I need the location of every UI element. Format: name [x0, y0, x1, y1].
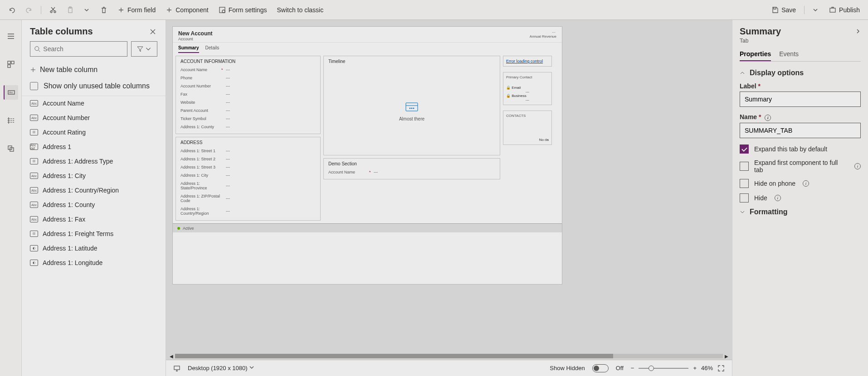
rail-layers[interactable]	[4, 141, 18, 156]
form-field-row[interactable]: Address 1: Country/Region---	[180, 205, 316, 217]
section-demo[interactable]: Demo Section Account Name*---	[323, 158, 500, 179]
fit-screen-icon[interactable]	[717, 365, 725, 372]
form-field-row[interactable]: Account Name*---	[328, 168, 495, 176]
zoom-out-button[interactable]: −	[631, 365, 634, 371]
form-field-row[interactable]: Account Name*---	[180, 66, 316, 74]
form-field-row[interactable]: Address 1: Street 2---	[180, 155, 316, 163]
form-tab[interactable]: Summary	[178, 45, 199, 53]
delete-button[interactable]	[97, 5, 111, 15]
hide-phone-checkbox[interactable]	[740, 179, 749, 188]
add-component-button[interactable]: Component	[162, 5, 212, 15]
publish-button[interactable]: Publish	[825, 5, 863, 15]
form-tab[interactable]: Details	[205, 45, 219, 53]
column-type-icon: Abc def	[30, 144, 38, 150]
zoom-in-button[interactable]: +	[693, 365, 697, 371]
side-error[interactable]: Error loading control	[503, 56, 552, 67]
show-unused-label: Show only unused table columns	[44, 82, 150, 90]
search-input[interactable]	[43, 45, 123, 53]
name-input[interactable]	[740, 123, 861, 138]
side-contacts[interactable]: CONTACTS No da	[503, 111, 552, 145]
rail-tree[interactable]	[4, 113, 18, 128]
column-item[interactable]: AbcAddress 1: Fax	[22, 212, 166, 227]
form-field-row[interactable]: Phone---	[180, 74, 316, 82]
search-icon	[34, 45, 40, 53]
form-field-row[interactable]: Address 1: Street 3---	[180, 163, 316, 171]
hide-checkbox[interactable]	[740, 193, 749, 202]
bottom-status-bar: Desktop (1920 x 1080) Show Hidden Off − …	[166, 360, 732, 376]
save-dropdown[interactable]	[809, 5, 823, 15]
column-item[interactable]: AbcAccount Number	[22, 111, 166, 125]
rail-table-columns[interactable]: Abc	[4, 85, 18, 100]
paste-dropdown[interactable]	[80, 5, 94, 15]
info-icon[interactable]: i	[765, 115, 771, 121]
form-settings-button[interactable]: Form settings	[215, 5, 271, 15]
form-field-row[interactable]: Address 1: Street 1---	[180, 147, 316, 155]
save-button[interactable]: Save	[768, 5, 800, 15]
canvas-horizontal-scroll[interactable]: ◀ ▶	[166, 352, 732, 360]
cut-button[interactable]	[46, 5, 60, 15]
column-item[interactable]: AbcAddress 1: Country/Region	[22, 183, 166, 198]
form-field-row[interactable]: Fax---	[180, 90, 316, 98]
props-tab[interactable]: Properties	[740, 50, 771, 61]
filter-button[interactable]	[131, 41, 157, 57]
form-field-row[interactable]: Website---	[180, 98, 316, 106]
info-icon[interactable]: i	[775, 195, 781, 201]
side-primary-contact[interactable]: Primary Contact 🔒 Email --- 🔒 Business -…	[503, 72, 552, 105]
undo-button[interactable]	[5, 5, 19, 15]
form-field-row[interactable]: Account Number---	[180, 82, 316, 90]
column-item[interactable]: AbcAddress 1: City	[22, 169, 166, 183]
section-account-info[interactable]: ACCOUNT INFORMATION Account Name*---Phon…	[176, 56, 321, 134]
add-form-field-button[interactable]: Form field	[114, 5, 159, 15]
show-unused-checkbox[interactable]	[30, 82, 38, 90]
form-field-row[interactable]: Ticker Symbol---	[180, 115, 316, 123]
info-icon[interactable]: i	[854, 163, 861, 169]
column-item[interactable]: ⊟Address 1: Address Type	[22, 154, 166, 169]
expand-first-checkbox[interactable]	[740, 162, 749, 171]
form-canvas[interactable]: New Account Account ⋯ Annual Revenue Sum…	[172, 26, 562, 284]
svg-point-14	[35, 47, 39, 51]
expand-panel-button[interactable]	[855, 28, 861, 35]
svg-point-16	[411, 108, 412, 109]
form-field-row[interactable]: Address 1: City---	[180, 171, 316, 179]
label-input[interactable]	[740, 92, 861, 107]
column-item[interactable]: Abc defAddress 1	[22, 140, 166, 154]
switch-to-classic-button[interactable]: Switch to classic	[273, 5, 327, 15]
new-table-column-button[interactable]: New table column	[22, 61, 166, 78]
column-item[interactable]: ⊟Account Rating	[22, 125, 166, 140]
viewport-selector[interactable]: Desktop (1920 x 1080)	[188, 365, 254, 371]
redo-button[interactable]	[22, 5, 36, 15]
column-label: Address 1: Latitude	[43, 245, 98, 252]
section-timeline[interactable]: Timeline Almost there	[323, 56, 500, 155]
paste-button[interactable]	[63, 5, 78, 15]
show-hidden-toggle[interactable]	[592, 364, 609, 372]
rail-components[interactable]	[4, 57, 18, 72]
info-icon[interactable]: i	[803, 180, 809, 187]
props-tab[interactable]: Events	[779, 50, 799, 61]
form-field-row[interactable]: Address 1: ZIP/Postal Code---	[180, 192, 316, 205]
chevron-down-icon	[740, 209, 745, 215]
close-panel-button[interactable]	[148, 27, 157, 36]
zoom-slider[interactable]	[639, 368, 688, 369]
panel-title: Table columns	[30, 26, 93, 37]
expand-default-checkbox[interactable]	[740, 145, 749, 154]
column-item[interactable]: AbcAddress 1: County	[22, 198, 166, 212]
column-item[interactable]: ⊟Address 1: Freight Terms	[22, 227, 166, 241]
form-field-row[interactable]: Parent Account---	[180, 106, 316, 115]
formatting-header[interactable]: Formatting	[740, 208, 861, 216]
column-list[interactable]: AbcAccount NameAbcAccount Number⊟Account…	[22, 96, 166, 376]
column-item[interactable]: ◐Address 1: Longitude	[22, 255, 166, 270]
column-label: Address 1	[43, 143, 71, 150]
form-field-row[interactable]: Address 1: County---	[180, 123, 316, 131]
display-options-header[interactable]: Display options	[740, 69, 861, 77]
section-address[interactable]: ADDRESS Address 1: Street 1---Address 1:…	[176, 137, 321, 221]
delete-icon	[100, 6, 107, 14]
rail-hamburger[interactable]	[4, 29, 18, 43]
column-item[interactable]: AbcAccount Name	[22, 96, 166, 111]
chevron-down-icon	[145, 46, 151, 52]
svg-point-0	[50, 11, 52, 13]
column-item[interactable]: ◐Address 1: Latitude	[22, 241, 166, 255]
form-field-row[interactable]: Address 1: State/Province---	[180, 179, 316, 192]
column-type-icon: Abc	[30, 173, 38, 179]
search-box[interactable]	[30, 41, 127, 57]
svg-point-18	[413, 108, 414, 109]
